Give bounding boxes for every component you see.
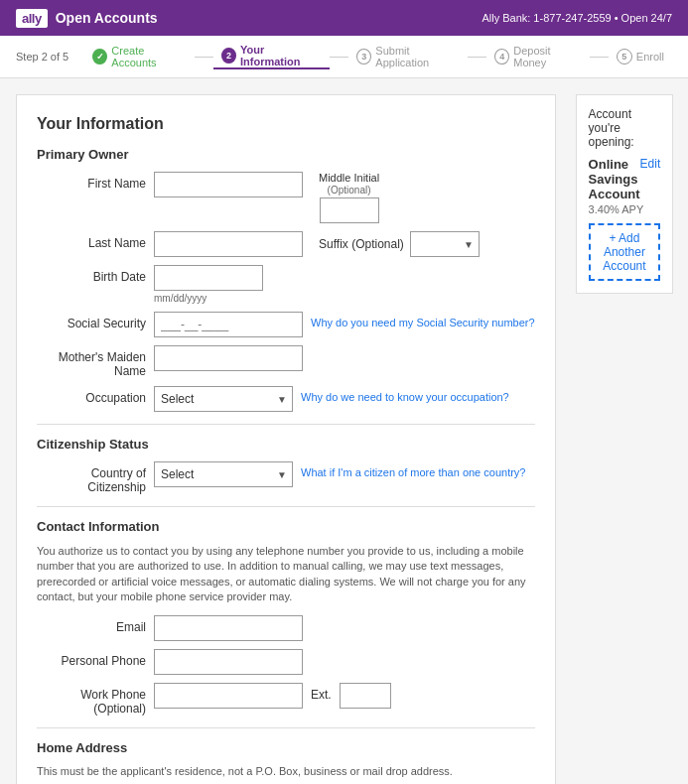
middle-initial-input[interactable]	[320, 197, 379, 223]
primary-owner-title: Primary Owner	[37, 147, 535, 162]
personal-phone-label: Personal Phone	[37, 649, 146, 668]
email-row: Email	[37, 615, 535, 641]
birth-date-input[interactable]	[154, 265, 263, 291]
account-name: Online Savings Account	[589, 157, 640, 201]
step-text: Step 2 of 5	[16, 51, 69, 63]
ally-logo: ally	[16, 9, 48, 28]
occupation-label: Occupation	[37, 386, 146, 405]
occupation-select[interactable]: Select	[154, 386, 293, 412]
personal-phone-input[interactable]	[154, 649, 303, 675]
step-3-circle: 3	[356, 49, 371, 65]
birth-date-label: Birth Date	[37, 265, 146, 284]
step-5: 5 Enroll	[609, 49, 672, 65]
step-5-label: Enroll	[636, 51, 664, 63]
email-input[interactable]	[154, 615, 303, 641]
step-4-label: Deposit Money	[513, 45, 582, 68]
sidebar-title: Account you're opening:	[589, 107, 661, 149]
occupation-help-link[interactable]: Why do we need to know your occupation?	[301, 386, 509, 403]
suffix-select[interactable]: Jr. Sr. II III	[410, 231, 480, 257]
maiden-name-row: Mother's Maiden Name	[37, 345, 535, 378]
maiden-name-label: Mother's Maiden Name	[37, 345, 146, 378]
ssn-label: Social Security	[37, 312, 146, 330]
step-2: 2 Your Information	[213, 44, 331, 69]
step-2-circle: 2	[221, 48, 236, 64]
email-label: Email	[37, 615, 146, 634]
step-4: 4 Deposit Money	[486, 45, 590, 68]
app-header: ally Open Accounts Ally Bank: 1-877-247-…	[0, 0, 688, 36]
step-bar: Step 2 of 5 ✓ Create Accounts 2 Your Inf…	[0, 36, 688, 78]
first-name-input[interactable]	[154, 172, 303, 197]
home-address-title: Home Address	[37, 740, 535, 755]
country-help-link[interactable]: What if I'm a citizen of more than one c…	[301, 461, 525, 478]
country-label: Country of Citizenship	[37, 461, 146, 494]
account-sidebar-box: Account you're opening: Online Savings A…	[576, 94, 674, 294]
step-4-circle: 4	[494, 49, 509, 65]
occupation-row: Occupation Select ▼ Why do we need to kn…	[37, 386, 535, 412]
home-address-note: This must be the applicant's residence, …	[37, 765, 535, 777]
personal-phone-row: Personal Phone	[37, 649, 535, 675]
first-name-label: First Name	[37, 172, 146, 191]
step-5-circle: 5	[617, 49, 632, 65]
lastname-row: Last Name Suffix (Optional) Jr. Sr. II I…	[37, 231, 535, 257]
app-title: Open Accounts	[56, 10, 158, 26]
step-3: 3 Submit Application	[348, 45, 468, 68]
step-3-label: Submit Application	[375, 45, 460, 68]
country-select[interactable]: Select	[154, 461, 293, 487]
ssn-help-link[interactable]: Why do you need my Social Security numbe…	[311, 312, 535, 328]
work-phone-input[interactable]	[154, 683, 303, 709]
header-bank-info: Ally Bank: 1-877-247-2559 • Open 24/7	[482, 12, 672, 24]
form-section: Your Information Primary Owner First Nam…	[16, 94, 556, 784]
edit-link[interactable]: Edit	[640, 157, 661, 171]
account-apy: 3.40% APY	[589, 203, 661, 215]
country-row: Country of Citizenship Select ▼ What if …	[37, 461, 535, 494]
work-phone-row: Work Phone (Optional) Ext.	[37, 683, 535, 716]
step-2-label: Your Information	[240, 44, 322, 67]
step-1: ✓ Create Accounts	[84, 45, 195, 68]
suffix-label: Suffix (Optional)	[319, 237, 404, 251]
step-1-label: Create Accounts	[111, 45, 187, 68]
last-name-input[interactable]	[154, 231, 303, 257]
contact-info-text: You authorize us to contact you by using…	[37, 544, 535, 605]
date-hint: mm/dd/yyyy	[154, 293, 263, 304]
work-phone-label: Work Phone (Optional)	[37, 683, 146, 716]
birth-date-row: Birth Date mm/dd/yyyy	[37, 265, 535, 304]
citizenship-title: Citizenship Status	[37, 437, 535, 452]
page-title: Your Information	[37, 115, 535, 133]
add-account-button[interactable]: + Add Another Account	[589, 223, 661, 281]
maiden-name-input[interactable]	[154, 345, 303, 371]
name-row: First Name Middle Initial (Optional)	[37, 172, 535, 223]
ext-input[interactable]	[340, 683, 391, 709]
sidebar: Account you're opening: Online Savings A…	[576, 94, 674, 784]
middle-initial-label: Middle Initial (Optional)	[319, 172, 379, 196]
steps: ✓ Create Accounts 2 Your Information 3 S…	[84, 44, 672, 69]
last-name-label: Last Name	[37, 231, 146, 250]
step-1-circle: ✓	[92, 49, 107, 65]
ssn-row: Social Security Why do you need my Socia…	[37, 312, 535, 337]
ext-label: Ext.	[311, 683, 332, 702]
ssn-input[interactable]	[154, 312, 303, 337]
contact-title: Contact Information	[37, 519, 535, 534]
